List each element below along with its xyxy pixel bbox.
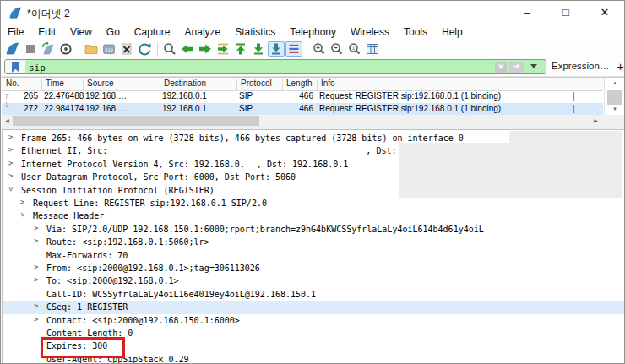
column-separator[interactable] (236, 79, 237, 90)
collapse-icon[interactable]: > (19, 213, 27, 217)
resize-columns-icon[interactable] (364, 41, 381, 57)
display-filter-field[interactable]: ✕ ➜ (4, 59, 546, 74)
column-header-time[interactable]: Time (46, 79, 64, 88)
column-header-destination[interactable]: Destination (164, 79, 206, 88)
column-header-source[interactable]: Source (87, 79, 114, 88)
close-button[interactable]: ✕ (585, 1, 624, 24)
expand-icon[interactable]: > (34, 263, 38, 271)
expand-icon[interactable]: > (8, 133, 13, 141)
find-packet-icon[interactable] (161, 41, 178, 57)
open-file-icon[interactable] (83, 41, 100, 57)
zoom-out-icon[interactable] (329, 41, 345, 57)
filter-clear-icon[interactable]: ✕ (495, 62, 507, 73)
detail-line[interactable]: Call-ID: WCSSyfrlaLaLy4oiL16e4019ey4oiL@… (3, 288, 624, 301)
close-file-icon[interactable] (118, 41, 135, 57)
auto-scroll-icon[interactable] (268, 41, 285, 57)
cell-length: 466 (282, 91, 313, 101)
packet-list-vertical-scrollbar[interactable]: ▲ ▼ (604, 78, 625, 115)
detail-line[interactable]: >Message Header (3, 209, 624, 222)
go-forward-icon[interactable] (197, 41, 214, 57)
filter-toolbar: ✕ ➜ Expression… + (1, 57, 624, 77)
column-separator[interactable] (41, 79, 42, 90)
column-header-protocol[interactable]: Protocol (241, 79, 272, 88)
maximize-button[interactable]: □ (546, 1, 585, 24)
go-to-packet-icon[interactable] (215, 41, 231, 57)
scroll-down-icon[interactable]: ▼ (605, 104, 625, 115)
go-last-icon[interactable] (250, 41, 267, 57)
detail-line[interactable]: >Contact: <sip:2000@192.168.150.1:6000> (3, 314, 624, 327)
expand-icon[interactable]: > (20, 198, 24, 206)
menu-bar: FileEditViewGoCaptureAnalyzeStatisticsTe… (1, 24, 624, 40)
packet-row-265[interactable]: ┌26522.476488192.168.…192.168.0.1SIP466R… (2, 90, 603, 103)
menu-item-analyze[interactable]: Analyze (185, 26, 221, 38)
column-header-length[interactable]: Length (286, 79, 312, 88)
column-header-no[interactable]: No. (6, 79, 19, 88)
horizontal-scroll-thumb[interactable] (13, 116, 259, 126)
detail-line[interactable]: Max-Forwards: 70 (3, 249, 624, 262)
menu-item-tools[interactable]: Tools (404, 26, 427, 38)
filter-apply-icon[interactable]: ➜ (509, 62, 524, 73)
menu-item-view[interactable]: View (70, 26, 92, 38)
redaction-block (399, 143, 622, 198)
display-filter-input[interactable] (27, 60, 368, 74)
detail-line[interactable]: >Via: SIP/2.0/UDP 192.168.150.1:6000;rpo… (3, 223, 624, 236)
expand-icon[interactable]: > (34, 224, 38, 232)
cell-time: 22.984174 (44, 104, 84, 113)
go-back-icon[interactable] (179, 41, 196, 57)
column-separator[interactable] (317, 79, 318, 90)
zoom-in-icon[interactable] (311, 41, 328, 57)
go-first-icon[interactable] (232, 41, 249, 57)
expand-icon[interactable]: > (34, 315, 38, 323)
column-separator[interactable] (160, 79, 160, 90)
reload-file-icon[interactable] (136, 41, 153, 57)
info-end-separator: | (573, 104, 575, 113)
detail-text: Max-Forwards: 70 (46, 251, 128, 260)
expand-icon[interactable]: > (8, 145, 13, 154)
cell-source: 192.168.… (85, 91, 127, 101)
column-separator[interactable] (282, 79, 283, 90)
detail-line[interactable]: >To: <sip:2000@192.168.0.1> (3, 274, 624, 287)
packet-row-272[interactable]: └27222.984174192.168.…192.168.0.1SIP466R… (2, 103, 603, 116)
expand-icon[interactable]: > (8, 171, 13, 180)
menu-item-help[interactable]: Help (442, 26, 463, 38)
menu-item-edit[interactable]: Edit (38, 26, 56, 38)
capture-options-icon[interactable] (57, 41, 74, 57)
cell-source: 192.168.… (85, 104, 127, 113)
capture-start-icon[interactable] (4, 41, 21, 57)
expand-icon[interactable]: > (34, 275, 38, 284)
scroll-left-icon[interactable]: ◀ (2, 115, 13, 127)
minimize-button[interactable]: – (508, 1, 546, 24)
capture-restart-icon[interactable] (40, 41, 57, 57)
expand-icon[interactable]: > (34, 236, 38, 245)
colorize-icon[interactable] (285, 41, 302, 57)
filter-dropdown-icon[interactable] (530, 64, 537, 68)
detail-text: Ethernet II, Src:, Dst: (21, 146, 396, 155)
detail-line[interactable]: >CSeq: 1 REGISTER (3, 301, 624, 313)
filter-bookmark-button[interactable] (5, 60, 26, 73)
menu-item-statistics[interactable]: Statistics (235, 26, 275, 38)
zoom-original-icon[interactable]: 1 (346, 41, 363, 57)
scroll-right-icon[interactable]: ▶ (590, 115, 601, 127)
menu-item-go[interactable]: Go (106, 26, 120, 38)
expression-button[interactable]: Expression… (552, 61, 609, 71)
toolbar-separator (157, 42, 158, 56)
column-header-info[interactable]: Info (321, 79, 335, 88)
menu-item-wireless[interactable]: Wireless (351, 26, 389, 38)
detail-line[interactable]: >Route: <sip:192.168.0.1:5060;lr> (3, 236, 624, 248)
vertical-scroll-thumb[interactable] (607, 90, 622, 105)
expand-icon[interactable]: > (8, 159, 13, 167)
detail-line[interactable]: Expires: 300 (3, 340, 624, 352)
collapse-icon[interactable]: > (7, 187, 15, 191)
scroll-up-icon[interactable]: ▲ (605, 78, 625, 89)
capture-stop-icon[interactable] (22, 41, 39, 57)
menu-item-capture[interactable]: Capture (134, 26, 171, 38)
menu-item-file[interactable]: File (8, 26, 24, 38)
column-separator[interactable] (83, 79, 84, 90)
packet-list-horizontal-scrollbar[interactable]: ◀ ▶ (2, 115, 601, 127)
expand-icon[interactable]: > (34, 302, 38, 310)
save-file-icon[interactable]: 010 (101, 41, 117, 57)
menu-item-telephony[interactable]: Telephony (290, 26, 336, 38)
add-filter-button[interactable]: + (615, 59, 625, 74)
detail-line[interactable]: >From: <sip:2000@192.168.0.1>;tag=306113… (3, 262, 624, 274)
detail-line[interactable]: >Request-Line: REGISTER sip:192.168.0.1 … (3, 197, 624, 209)
